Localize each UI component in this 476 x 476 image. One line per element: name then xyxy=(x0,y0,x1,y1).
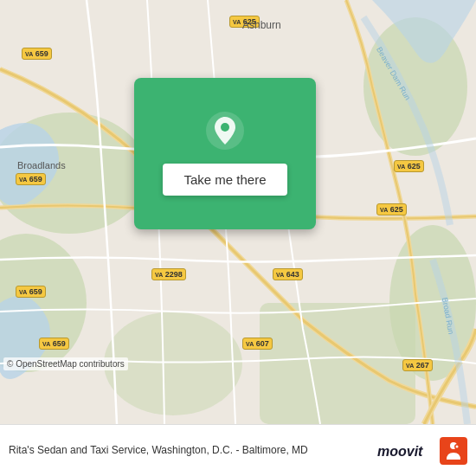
road-badge-va659-2: VA 659 xyxy=(16,173,46,185)
copyright-notice: © OpenStreetMap contributors xyxy=(3,357,128,370)
road-badge-va607: VA 607 xyxy=(242,338,273,350)
svg-point-12 xyxy=(456,445,459,447)
road-badge-va267: VA 267 xyxy=(402,359,433,371)
footer: Rita's Sedan and Taxi Service, Washingto… xyxy=(0,424,476,476)
svg-point-8 xyxy=(221,123,229,132)
place-label-ashburn: Ashburn xyxy=(242,19,281,31)
place-label-broadlands: Broadlands xyxy=(17,160,66,170)
moovit-logo: moovit xyxy=(376,437,467,465)
road-badge-va659-3: VA 659 xyxy=(16,286,46,298)
map-container: Ashburn Broadlands Beaver Dam Run Broad … xyxy=(0,0,476,424)
action-card: Take me there xyxy=(134,78,316,229)
moovit-mascot-icon xyxy=(440,437,467,465)
road-badge-va2298: VA 2298 xyxy=(151,268,186,280)
road-badge-va659-4: VA 659 xyxy=(39,338,69,350)
svg-rect-5 xyxy=(260,303,415,424)
footer-description: Rita's Sedan and Taxi Service, Washingto… xyxy=(9,443,376,458)
svg-rect-10 xyxy=(440,437,467,465)
moovit-logo-svg: moovit xyxy=(376,437,436,465)
location-pin-icon xyxy=(206,112,244,150)
svg-text:moovit: moovit xyxy=(377,444,423,459)
road-badge-va625-2: VA 625 xyxy=(394,160,424,172)
road-badge-va659-1: VA 659 xyxy=(22,48,52,60)
road-badge-va625-3: VA 625 xyxy=(376,203,407,215)
take-me-there-button[interactable]: Take me there xyxy=(163,164,286,196)
road-badge-va643: VA 643 xyxy=(273,268,303,280)
